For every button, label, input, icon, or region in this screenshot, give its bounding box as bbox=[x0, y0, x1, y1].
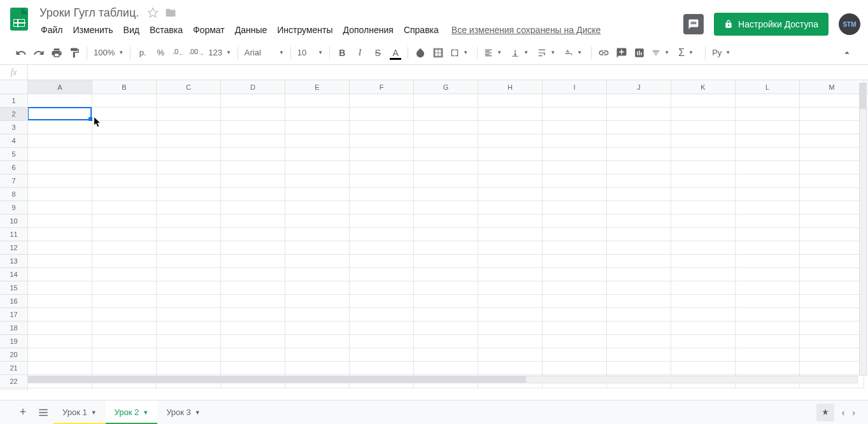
cell[interactable] bbox=[414, 174, 478, 188]
select-all-corner[interactable] bbox=[0, 80, 28, 94]
column-header[interactable]: C bbox=[157, 80, 221, 94]
cell[interactable] bbox=[350, 121, 414, 134]
cell[interactable] bbox=[157, 174, 221, 188]
cell[interactable] bbox=[478, 201, 543, 215]
cell[interactable] bbox=[414, 335, 478, 348]
cell[interactable] bbox=[607, 348, 671, 362]
cell[interactable] bbox=[157, 308, 221, 322]
column-header[interactable]: M bbox=[800, 80, 864, 94]
column-header[interactable]: J bbox=[607, 80, 671, 94]
cell[interactable] bbox=[671, 148, 736, 161]
cell[interactable] bbox=[414, 188, 478, 201]
cell[interactable] bbox=[92, 94, 157, 108]
column-header[interactable]: I bbox=[543, 80, 607, 94]
cell[interactable] bbox=[478, 322, 543, 335]
cell[interactable] bbox=[157, 108, 221, 121]
font-size-select[interactable]: 10▼ bbox=[295, 45, 325, 61]
cell[interactable] bbox=[478, 295, 543, 308]
cell[interactable] bbox=[671, 201, 736, 215]
row-header[interactable]: 3 bbox=[0, 121, 27, 134]
cell[interactable] bbox=[28, 362, 92, 375]
cell[interactable] bbox=[607, 134, 671, 148]
cell[interactable] bbox=[543, 255, 607, 268]
cell[interactable] bbox=[221, 148, 285, 161]
cell[interactable] bbox=[285, 228, 350, 241]
currency-button[interactable]: р. bbox=[134, 45, 151, 61]
print-button[interactable] bbox=[48, 45, 65, 61]
cell[interactable] bbox=[157, 161, 221, 174]
cell[interactable] bbox=[28, 215, 92, 228]
menu-insert[interactable]: Вставка bbox=[145, 22, 188, 38]
cell[interactable] bbox=[414, 362, 478, 375]
cell[interactable] bbox=[92, 215, 157, 228]
row-header[interactable]: 12 bbox=[0, 241, 27, 255]
cell[interactable] bbox=[285, 188, 350, 201]
sheet-nav-right-icon[interactable]: › bbox=[852, 407, 855, 418]
cell[interactable] bbox=[221, 201, 285, 215]
cell[interactable] bbox=[800, 268, 864, 281]
cell[interactable] bbox=[285, 281, 350, 295]
cell[interactable] bbox=[478, 108, 543, 121]
cell[interactable] bbox=[28, 268, 92, 281]
cell[interactable] bbox=[671, 362, 736, 375]
cell[interactable] bbox=[92, 308, 157, 322]
row-header[interactable]: 13 bbox=[0, 255, 27, 268]
cell[interactable] bbox=[478, 228, 543, 241]
cell[interactable] bbox=[543, 174, 607, 188]
cell[interactable] bbox=[92, 322, 157, 335]
functions-button[interactable]: Σ▼ bbox=[676, 45, 701, 61]
cell[interactable] bbox=[157, 335, 221, 348]
cell[interactable] bbox=[736, 308, 800, 322]
cell[interactable] bbox=[414, 228, 478, 241]
cell[interactable] bbox=[92, 121, 157, 134]
cell[interactable] bbox=[28, 335, 92, 348]
percent-button[interactable]: % bbox=[152, 45, 169, 61]
cell[interactable] bbox=[478, 188, 543, 201]
cell[interactable] bbox=[350, 268, 414, 281]
menu-view[interactable]: Вид bbox=[118, 22, 145, 38]
cell[interactable] bbox=[28, 308, 92, 322]
doc-title[interactable]: Уроки Гугл таблиц. bbox=[36, 5, 143, 21]
cell[interactable] bbox=[478, 134, 543, 148]
cell[interactable] bbox=[350, 295, 414, 308]
cell[interactable] bbox=[285, 362, 350, 375]
star-icon[interactable] bbox=[146, 6, 159, 19]
cell[interactable] bbox=[285, 108, 350, 121]
cell[interactable] bbox=[414, 201, 478, 215]
cell[interactable] bbox=[157, 201, 221, 215]
row-header[interactable]: 20 bbox=[0, 348, 27, 362]
fill-color-button[interactable] bbox=[412, 45, 429, 61]
cell[interactable] bbox=[414, 295, 478, 308]
cell[interactable] bbox=[800, 174, 864, 188]
cell[interactable] bbox=[157, 121, 221, 134]
cell[interactable] bbox=[607, 94, 671, 108]
cell[interactable] bbox=[350, 148, 414, 161]
cell[interactable] bbox=[350, 228, 414, 241]
cell[interactable] bbox=[671, 322, 736, 335]
cell[interactable] bbox=[543, 322, 607, 335]
cell[interactable] bbox=[543, 295, 607, 308]
sheet-tab-1[interactable]: Урок 1▼ bbox=[53, 400, 106, 425]
cell[interactable] bbox=[28, 281, 92, 295]
menu-data[interactable]: Данные bbox=[230, 22, 273, 38]
cell[interactable] bbox=[478, 94, 543, 108]
paint-format-button[interactable] bbox=[66, 45, 83, 61]
borders-button[interactable] bbox=[430, 45, 446, 61]
zoom-select[interactable]: 100%▼ bbox=[91, 45, 126, 61]
menu-file[interactable]: Файл bbox=[36, 22, 68, 38]
move-folder-icon[interactable] bbox=[164, 6, 177, 19]
cell[interactable] bbox=[607, 201, 671, 215]
cell[interactable] bbox=[92, 161, 157, 174]
cell[interactable] bbox=[414, 348, 478, 362]
italic-button[interactable]: I bbox=[352, 45, 368, 61]
cell[interactable] bbox=[92, 362, 157, 375]
cell[interactable] bbox=[285, 148, 350, 161]
cell[interactable] bbox=[478, 121, 543, 134]
cell[interactable] bbox=[221, 134, 285, 148]
redo-button[interactable] bbox=[31, 45, 47, 61]
cell[interactable] bbox=[28, 228, 92, 241]
cell[interactable] bbox=[285, 121, 350, 134]
row-header[interactable]: 5 bbox=[0, 148, 27, 161]
add-sheet-button[interactable]: + bbox=[13, 402, 33, 423]
cell[interactable] bbox=[736, 268, 800, 281]
